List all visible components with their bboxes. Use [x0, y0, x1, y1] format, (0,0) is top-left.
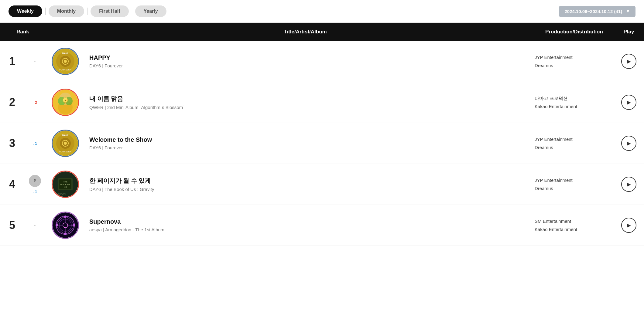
song-title: HAPPY	[89, 54, 526, 61]
svg-point-19	[64, 142, 67, 145]
svg-point-32	[64, 216, 67, 218]
table-row: 2 ↑2 ☀ 내 이름 맑음 QWER | 2nd Mini Album `Al…	[0, 82, 644, 123]
rank-number: 5	[0, 205, 24, 246]
title-info: HAPPY DAY6 | Fourever	[82, 41, 529, 82]
svg-text:THE: THE	[63, 181, 67, 183]
album-art-cell: THE BOOK OF US GRAVITY	[46, 164, 82, 205]
svg-text:FOUREVER: FOUREVER	[60, 151, 71, 153]
title-info: 내 이름 맑음 QWER | 2nd Mini Album `Algorithm…	[82, 82, 529, 123]
prod-line-1: JYP Entertainment	[535, 53, 611, 61]
rank-change-label: ↓1	[33, 141, 37, 146]
rank-change-label: -	[34, 223, 36, 228]
svg-point-34	[56, 224, 58, 226]
album-art-cell: ☀	[46, 82, 82, 123]
prod-line-2: Dreamus	[535, 61, 611, 70]
rank-number: 1	[0, 41, 24, 82]
play-button[interactable]: ▶	[621, 136, 636, 151]
svg-text:FOUREVER: FOUREVER	[60, 69, 71, 71]
rank-change-cell: -	[24, 41, 46, 82]
rank-number: 4	[0, 164, 24, 205]
rank-change-cell: ↓1	[24, 123, 46, 164]
header-art	[46, 23, 82, 41]
svg-text:GRAVITY: GRAVITY	[58, 193, 66, 195]
table-row: 4 P ↓1 THE BOOK OF US GRAVITY 한 페이지가 될 수…	[0, 164, 644, 205]
play-col: ▶	[614, 123, 644, 164]
svg-point-35	[73, 224, 75, 226]
header-play: Play	[614, 23, 644, 41]
chart-body: 1 - DAY6 FOUREVER HAPPY DAY6 | Fourever …	[0, 41, 644, 246]
table-row: 5 - Supernova aespa | Armageddon - The 1…	[0, 205, 644, 246]
svg-text:US: US	[64, 186, 67, 188]
svg-point-5	[64, 60, 67, 63]
prod-col: JYP Entertainment Dreamus	[529, 41, 614, 82]
date-range-label: 2024.10.06~2024.10.12 (41)	[564, 9, 622, 14]
title-info: Welcome to the Show DAY6 | Fourever	[82, 123, 529, 164]
header-rank: Rank	[0, 23, 46, 41]
svg-text:DAY6: DAY6	[62, 52, 69, 55]
tab-divider-3	[132, 8, 132, 15]
prod-line-2: Kakao Entertainment	[535, 225, 611, 233]
header-prod: Production/Distribution	[529, 23, 614, 41]
svg-text:☀: ☀	[64, 99, 67, 102]
play-col: ▶	[614, 41, 644, 82]
prod-line-2: Dreamus	[535, 143, 611, 151]
album-art-cell: DAY6 FOUREVER	[46, 41, 82, 82]
rank-number: 2	[0, 82, 24, 123]
prod-line-1: 타마고 프로덕션	[535, 94, 611, 102]
table-row: 3 ↓1 DAY6 FOUREVER Welcome to the Show D…	[0, 123, 644, 164]
prod-col: 타마고 프로덕션 Kakao Entertainment	[529, 82, 614, 123]
song-sub: DAY6 | Fourever	[89, 145, 526, 150]
title-info: 한 페이지가 될 수 있게 DAY6 | The Book of Us : Gr…	[82, 164, 529, 205]
song-title: Supernova	[89, 218, 526, 225]
play-button[interactable]: ▶	[621, 218, 636, 233]
prod-line-2: Kakao Entertainment	[535, 102, 611, 110]
title-info: Supernova aespa | Armageddon - The 1st A…	[82, 205, 529, 246]
prod-col: JYP Entertainment Dreamus	[529, 123, 614, 164]
tab-divider-2	[87, 8, 87, 15]
rank-change-label: -	[34, 59, 36, 64]
song-title: 내 이름 맑음	[89, 95, 526, 103]
tab-first-half[interactable]: First Half	[91, 5, 128, 17]
tab-divider-1	[45, 8, 46, 15]
song-sub: DAY6 | Fourever	[89, 63, 526, 68]
song-sub: QWER | 2nd Mini Album `Algorithm`s Bloss…	[89, 105, 526, 110]
top-bar: Weekly Monthly First Half Yearly 2024.10…	[0, 0, 644, 23]
header-title: Title/Artist/Album	[82, 23, 529, 41]
tab-weekly[interactable]: Weekly	[9, 5, 42, 17]
play-button[interactable]: ▶	[621, 95, 636, 110]
svg-text:BOOK OF: BOOK OF	[60, 183, 70, 185]
prod-line-2: Dreamus	[535, 184, 611, 192]
chevron-down-icon: ▼	[626, 9, 630, 14]
chart-table: Rank Title/Artist/Album Production/Distr…	[0, 23, 644, 246]
play-button[interactable]: ▶	[621, 54, 636, 69]
svg-point-33	[64, 233, 67, 235]
song-sub: DAY6 | The Book of Us : Gravity	[89, 187, 526, 192]
tab-monthly[interactable]: Monthly	[49, 5, 84, 17]
table-row: 1 - DAY6 FOUREVER HAPPY DAY6 | Fourever …	[0, 41, 644, 82]
rank-change-label: ↓1	[33, 189, 37, 194]
play-col: ▶	[614, 82, 644, 123]
prod-line-1: JYP Entertainment	[535, 135, 611, 143]
song-sub: aespa | Armageddon - The 1st Album	[89, 227, 526, 232]
album-art-cell	[46, 205, 82, 246]
song-title: Welcome to the Show	[89, 136, 526, 143]
rank-change-label: ↑2	[33, 100, 37, 105]
play-col: ▶	[614, 164, 644, 205]
album-art-cell: DAY6 FOUREVER	[46, 123, 82, 164]
svg-text:DAY6: DAY6	[62, 134, 69, 137]
prod-col: SM Entertainment Kakao Entertainment	[529, 205, 614, 246]
prod-col: JYP Entertainment Dreamus	[529, 164, 614, 205]
tab-group: Weekly Monthly First Half Yearly	[9, 5, 166, 17]
rank-change-cell: -	[24, 205, 46, 246]
song-title: 한 페이지가 될 수 있게	[89, 177, 526, 185]
play-col: ▶	[614, 205, 644, 246]
badge-p: P	[29, 175, 41, 187]
play-button[interactable]: ▶	[621, 177, 636, 192]
chart-header: Rank Title/Artist/Album Production/Distr…	[0, 23, 644, 41]
date-range-selector[interactable]: 2024.10.06~2024.10.12 (41) ▼	[559, 6, 635, 17]
prod-line-1: JYP Entertainment	[535, 176, 611, 184]
prod-line-1: SM Entertainment	[535, 217, 611, 225]
tab-yearly[interactable]: Yearly	[135, 5, 166, 17]
rank-number: 3	[0, 123, 24, 164]
rank-change-cell: ↑2	[24, 82, 46, 123]
